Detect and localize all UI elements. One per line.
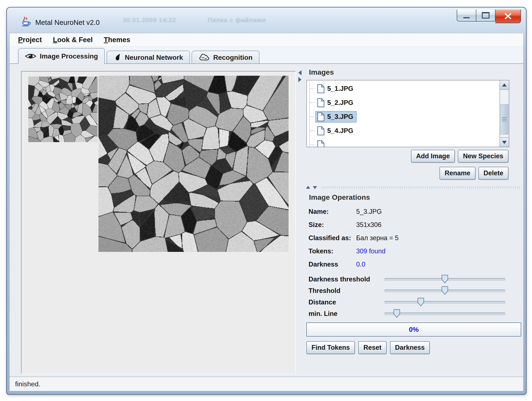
slider-track[interactable] [385,301,505,304]
tab-content: Images 5_1.JPG 5_2.JPG [10,64,523,377]
close-button[interactable] [495,10,521,23]
image-large-view [98,76,289,252]
darkness-button[interactable]: Darkness [390,341,430,354]
list-item[interactable]: 5_1.JPG [307,82,499,96]
scroll-thumb[interactable] [500,104,508,134]
horizontal-splitter[interactable] [304,184,522,191]
tab-recognition[interactable]: Recognition [192,51,260,64]
slider-row-distance: Distance [309,297,505,308]
eye-icon [25,52,36,60]
window-client-area: Project Look & Feel Themes Image Process… [9,33,524,391]
reset-button[interactable]: Reset [358,341,386,354]
progress-bar: 0% [306,323,521,337]
tab-bar: Image Processing Neuronal Network Recogn… [10,46,523,64]
file-icon [317,98,325,108]
image-buttons-row-1: Add Image New Species [306,150,508,163]
field-row-darkness: Darkness 0.0 [309,258,505,271]
scroll-up-button[interactable] [500,80,509,90]
menu-item-themes[interactable]: Themes [104,36,130,44]
java-icon [20,16,31,27]
image-viewer-panel [21,71,296,374]
slider-thumb[interactable] [441,275,449,284]
field-value: 5_3.JPG [356,208,382,216]
tree-branch-line [310,145,315,145]
field-value: 351x306 [356,221,381,229]
field-value: 309 found [356,247,386,255]
operation-buttons: Find Tokens Reset Darkness [306,341,430,354]
menu-item-project[interactable]: Project [18,36,42,44]
menu-item-look-and-feel[interactable]: Look & Feel [53,36,93,44]
add-image-button[interactable]: Add Image [411,150,455,163]
slider-thumb[interactable] [393,309,401,318]
aero-artifact-folder: Папка с файлами [208,16,266,24]
list-item[interactable]: 5_4.JPG [307,124,499,138]
slider-thumb[interactable] [441,286,449,295]
field-row-tokens: Tokens: 309 found [309,245,505,258]
tree-branch-line [310,102,315,103]
aero-artifact-date: 30.01.2009 14:22 [123,16,176,24]
slider-row-threshold: Threshold [309,285,505,297]
list-item-label: 5_1.JPG [327,85,353,93]
rename-button[interactable]: Rename [439,167,475,179]
file-icon [317,112,325,121]
vertical-splitter[interactable] [297,64,303,377]
list-item[interactable]: 5_3.JPG [307,110,499,124]
window-controls [457,10,521,23]
list-item-partial[interactable] [307,138,499,147]
new-species-button[interactable]: New Species [458,150,508,163]
slider-track[interactable] [385,278,505,280]
tab-label: Recognition [213,54,253,62]
status-text: finished. [15,380,40,388]
slider-label: min. Line [309,310,385,318]
maximize-button[interactable] [476,10,495,21]
field-row-classified: Classified as: Бал зерна = 5 [309,231,505,245]
close-icon [504,13,512,19]
scroll-down-button[interactable] [500,137,509,147]
splitter-texture [321,186,520,189]
field-label: Size: [309,221,356,229]
splitter-collapse-down-icon[interactable] [313,186,317,189]
tree-branch-line [310,131,315,131]
desktop: Metal NeuroNet v2.0 30.01.2009 14:22 Пап… [0,0,532,401]
find-tokens-button[interactable]: Find Tokens [306,341,355,354]
splitter-collapse-right-icon[interactable] [298,77,302,82]
image-list: 5_1.JPG 5_2.JPG 5_3.JPG [306,80,509,147]
image-operations-fields: Name: 5_3.JPG Size: 351x306 Classified a… [309,205,505,271]
progress-label: 0% [409,326,419,334]
minimize-icon [463,17,470,18]
slider-row-min-line: min. Line [309,308,505,319]
slider-label: Threshold [309,287,385,295]
field-row-name: Name: 5_3.JPG [309,205,505,218]
arrow-down-icon [502,141,507,144]
field-label: Name: [309,208,356,216]
maximize-icon [482,12,489,19]
app-window: Metal NeuroNet v2.0 30.01.2009 14:22 Пап… [6,7,526,395]
slider-track[interactable] [385,290,505,292]
list-item-label: 5_3.JPG [327,113,353,121]
field-label: Darkness [309,261,356,268]
tab-neuronal-network[interactable]: Neuronal Network [107,51,190,64]
slider-track[interactable] [385,312,505,315]
status-bar: finished. [10,376,523,391]
delete-button[interactable]: Delete [478,167,508,179]
tab-label: Image Processing [40,52,98,60]
slider-row-darkness-threshold: Darkness threshold [309,274,505,285]
scroll-grip-icon [502,117,507,121]
list-item-label: 5_4.JPG [327,127,353,135]
scrollbar[interactable] [500,80,509,147]
image-operations-title: Image Operations [309,193,370,201]
tab-image-processing[interactable]: Image Processing [18,48,105,64]
file-icon [317,126,325,135]
splitter-collapse-left-icon[interactable] [298,70,302,75]
minimize-button[interactable] [457,10,476,21]
field-value: 0.0 [356,261,365,268]
list-item-label: 5_2.JPG [327,99,353,107]
images-panel-title: Images [309,68,334,76]
field-label: Classified as: [309,234,356,242]
field-label: Tokens: [309,247,356,255]
image-thumbnail[interactable] [28,76,98,142]
list-item[interactable]: 5_2.JPG [307,96,499,110]
slider-thumb[interactable] [417,298,425,306]
splitter-collapse-up-icon[interactable] [306,186,310,189]
window-title: Metal NeuroNet v2.0 [35,19,100,27]
